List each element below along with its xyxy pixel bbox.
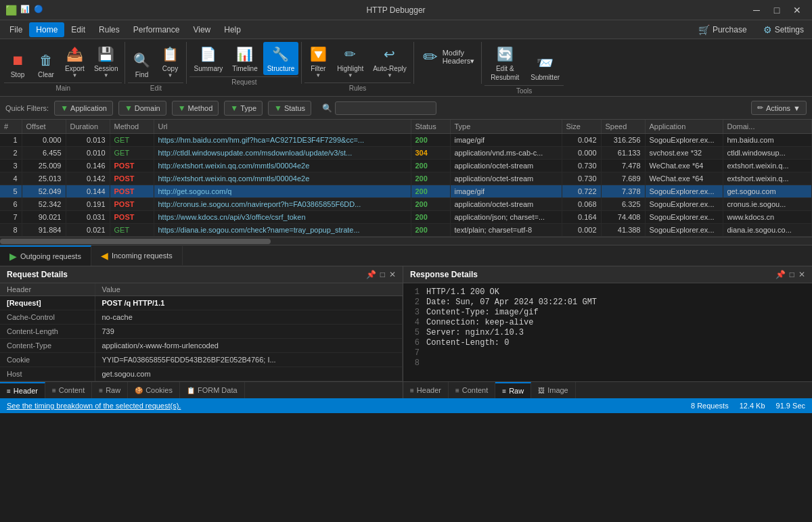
cell-url[interactable]: https://www.kdocs.cn/api/v3/office/csrf_… [154,211,411,224]
filter-label: Filter [311,65,325,72]
stop-button[interactable]: ⏹ Stop [4,48,31,81]
cell-url[interactable]: http://extshort.weixin.qq.com/mmtls/0000… [154,160,411,172]
cell-url[interactable]: http://ctldl.windowsupdate.com/msdownloa… [154,147,411,160]
find-button[interactable]: 🔍 Find [128,48,155,81]
line-content: Date: Sun, 07 Apr 2024 03:22:01 GMT [426,298,597,307]
tab-outgoing-label: Outgoing requests [20,252,81,260]
menu-performance[interactable]: Performance [127,22,187,37]
requests-table-wrapper: # Offset Duration Method Url Status Type… [0,120,812,237]
line-content: Server: nginx/1.10.3 [426,328,524,337]
menu-help[interactable]: Help [217,22,248,37]
maximize-button[interactable]: □ [767,3,786,17]
res-subtab-content[interactable]: ≡ Content [449,382,495,398]
cell-method: POST [110,198,154,211]
cell-status: 200 [411,134,450,147]
highlight-label: Highlight [337,65,363,72]
hscroll-thumb[interactable] [0,239,271,244]
filter-application[interactable]: ▼ Application [54,101,113,116]
tab-outgoing[interactable]: ▶ Outgoing requests [0,245,91,266]
horizontal-scrollbar[interactable] [0,237,812,245]
cell-url[interactable]: https://hm.baidu.com/hm.gif?hca=AC9271DE… [154,134,411,147]
submitter-label: Submitter [531,74,560,81]
search-input[interactable] [335,101,436,115]
cell-url[interactable]: http://cronus.ie.sogou.com/navireport?h=… [154,198,411,211]
req-subtab-content[interactable]: ≡ Content [45,382,92,398]
ribbon-edit-buttons: 🔍 Find 📋 Copy ▼ [128,42,183,81]
table-row[interactable]: 6 52.342 0.191 POST http://cronus.ie.sog… [0,198,812,211]
req-header-cell: [Request] [0,296,95,310]
req-subtab-cookies[interactable]: 🍪 Cookies [128,382,180,398]
actions-button[interactable]: ✏ Actions ▼ [751,101,807,115]
response-expand-button[interactable]: □ [790,270,794,279]
res-subtab-header[interactable]: ≡ Header [403,382,449,398]
cell-duration: 0.010 [66,147,110,160]
copy-arrow: ▼ [168,72,173,78]
cell-url[interactable]: http://get.sogou.com/q [154,185,411,198]
cell-speed: 61.133 [601,147,645,160]
settings-button[interactable]: ⚙ Settings [758,22,809,37]
req-subtab-formdata[interactable]: 📋 FORM Data [180,382,245,398]
quickfilters-label: Quick Filters: [5,104,49,112]
editresubmit-button[interactable]: 🔄 Edit & Resubmit [484,42,525,84]
ribbon-group-tools: 🔄 Edit & Resubmit 📨 Submitter Tools [484,42,564,96]
cell-speed: 316.256 [601,134,645,147]
filter-button[interactable]: 🔽 Filter ▼ [304,42,332,81]
table-row[interactable]: 3 25.009 0.146 POST http://extshort.weix… [0,160,812,172]
purchase-button[interactable]: 🛒 Purchase [693,22,752,37]
copy-button[interactable]: 📋 Copy ▼ [156,42,183,81]
highlight-button[interactable]: ✏ Highlight ▼ [333,42,367,81]
cell-offset: 6.455 [22,147,66,160]
response-content: 1HTTP/1.1 200 OK2Date: Sun, 07 Apr 2024 … [403,283,812,381]
table-row[interactable]: 7 90.021 0.031 POST https://www.kdocs.cn… [0,211,812,224]
response-panel: Response Details 📌 □ ✕ 1HTTP/1.1 200 OK2… [403,266,812,398]
menu-rules[interactable]: Rules [92,22,127,37]
cell-domain: ctldl.windowsup... [723,147,812,160]
response-pin-button[interactable]: 📌 [775,270,786,279]
request-close-button[interactable]: ✕ [389,270,396,279]
tab-incoming[interactable]: ◀ Incoming requests [91,246,183,265]
menu-edit[interactable]: Edit [64,22,92,37]
filter-method[interactable]: ▼ Method [172,101,219,116]
status-tip[interactable]: See the timing breakdown of the selected… [7,402,181,410]
autoreply-icon: ↩ [380,45,399,64]
submitter-button[interactable]: 📨 Submitter [526,51,564,84]
cell-url[interactable]: http://extshort.weixin.qq.com/mmtls/0000… [154,172,411,185]
response-close-button[interactable]: ✕ [798,270,805,279]
req-val-header: Value [95,283,403,296]
filter-domain[interactable]: ▼ Domain [118,101,166,116]
res-subtab-image[interactable]: 🖼 Image [531,382,576,398]
req-subtab-header[interactable]: ≡ Header [0,382,45,398]
structure-button[interactable]: 🔧 Structure [263,42,299,75]
summary-button[interactable]: 📄 Summary [189,42,227,75]
req-value-cell: no-cache [95,310,403,325]
table-row[interactable]: 8 91.884 0.021 GET https://diana.ie.sogo… [0,224,812,237]
modifyheaders-icon: ✏ [421,47,440,66]
menu-file[interactable]: File [3,22,29,37]
res-subtab-raw[interactable]: ≡ Raw [495,382,531,398]
ribbon-tools-label: Tools [484,85,564,96]
cell-duration: 0.021 [66,224,110,237]
table-row[interactable]: 4 25.013 0.142 POST http://extshort.weix… [0,172,812,185]
timeline-button[interactable]: 📊 Timeline [228,42,261,75]
menu-view[interactable]: View [186,22,217,37]
ribbon-group-rules: 🔽 Filter ▼ ✏ Highlight ▼ ↩ Auto-Reply ▼ [304,42,410,93]
minimize-button[interactable]: ─ [747,3,766,17]
window-controls[interactable]: ─ □ ✕ [747,3,807,17]
request-pin-button[interactable]: 📌 [366,270,376,279]
menu-home[interactable]: Home [29,22,64,37]
autoreply-button[interactable]: ↩ Auto-Reply ▼ [369,42,410,81]
clear-button[interactable]: 🗑 Clear [32,48,60,81]
close-button[interactable]: ✕ [788,3,807,17]
filter-status[interactable]: ▼ Status [268,101,311,116]
modifyheaders-button[interactable]: ✏ Modify Headers▾ [417,42,479,72]
table-row[interactable]: 2 6.455 0.010 GET http://ctldl.windowsup… [0,147,812,160]
req-subtab-raw[interactable]: ≡ Raw [92,382,128,398]
table-row[interactable]: 1 0.000 0.013 GET https://hm.baidu.com/h… [0,134,812,147]
cell-url[interactable]: https://diana.ie.sogou.com/check?name=tr… [154,224,411,237]
request-expand-button[interactable]: □ [380,270,385,279]
table-row[interactable]: 5 52.049 0.144 POST http://get.sogou.com… [0,185,812,198]
export-button[interactable]: 📤 Export ▼ [61,42,89,81]
timeline-icon: 📊 [235,45,254,64]
session-button[interactable]: 💾 Session ▼ [90,42,122,81]
filter-type[interactable]: ▼ Type [224,101,263,116]
